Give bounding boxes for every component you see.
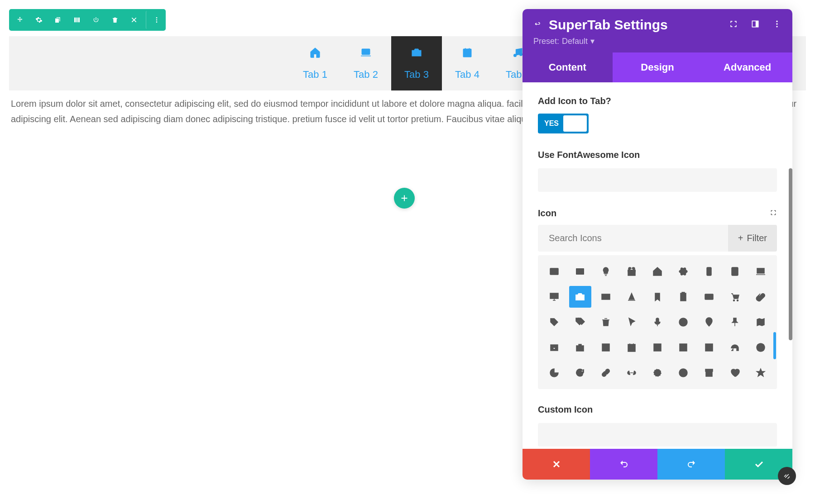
icon-map[interactable]: [749, 311, 772, 333]
panel-tab-content[interactable]: Content: [523, 52, 613, 82]
home-icon: [309, 47, 321, 62]
icon-search-input[interactable]: [538, 225, 728, 252]
tab-label: Tab 1: [303, 69, 327, 81]
preset-selector[interactable]: Preset: Default ▾: [533, 36, 781, 46]
undo-button[interactable]: [590, 449, 657, 480]
panel-tab-advanced[interactable]: Advanced: [702, 52, 792, 82]
icon-image-filled[interactable]: [569, 261, 591, 282]
panel-body: Add Icon to Tab? YES Use FontAwesome Ico…: [523, 82, 792, 449]
toggle-knob: [563, 115, 587, 132]
svg-rect-15: [576, 268, 584, 275]
icon-atom[interactable]: [672, 261, 694, 282]
svg-point-6: [514, 54, 516, 56]
calendar-icon: [461, 47, 473, 62]
cancel-button[interactable]: [523, 449, 590, 480]
icon-gift[interactable]: [621, 261, 643, 282]
svg-rect-38: [576, 346, 584, 351]
svg-rect-3: [362, 49, 369, 54]
svg-point-11: [776, 23, 777, 24]
tab-2[interactable]: Tab 2: [340, 36, 391, 90]
icon-ban[interactable]: [672, 362, 694, 384]
fontawesome-input[interactable]: [538, 168, 777, 192]
svg-rect-48: [705, 369, 713, 371]
icon-tag[interactable]: [543, 311, 566, 333]
close-icon[interactable]: [125, 11, 143, 29]
icon-camera[interactable]: [569, 286, 591, 308]
svg-point-45: [759, 346, 762, 349]
icon-film[interactable]: [647, 337, 669, 358]
icon-compass[interactable]: [672, 311, 694, 333]
icon-star[interactable]: [749, 362, 772, 384]
add-module-button[interactable]: [394, 188, 415, 209]
icon-archive[interactable]: [698, 362, 720, 384]
columns-icon[interactable]: [68, 11, 86, 29]
icon-lifering[interactable]: [749, 337, 772, 358]
icon-microphone[interactable]: [647, 311, 669, 333]
trash-icon[interactable]: [106, 11, 124, 29]
filter-button[interactable]: + Filter: [728, 225, 777, 252]
icon-paperclip[interactable]: [749, 286, 772, 308]
icon-panel[interactable]: [698, 337, 720, 358]
move-icon[interactable]: [11, 11, 29, 29]
expand-section-icon[interactable]: [770, 209, 777, 218]
icon-window[interactable]: [595, 337, 617, 358]
kebab-icon[interactable]: [772, 19, 781, 31]
icon-laptop[interactable]: [749, 261, 772, 282]
icon-refresh[interactable]: [569, 362, 591, 384]
icon-credit-card[interactable]: [698, 286, 720, 308]
svg-point-37: [708, 320, 710, 322]
icon-home[interactable]: [647, 261, 669, 282]
svg-point-34: [552, 320, 553, 321]
icon-pie-chart[interactable]: [543, 362, 566, 384]
icon-cursor[interactable]: [621, 311, 643, 333]
icon-map-pin[interactable]: [698, 311, 720, 333]
svg-point-22: [709, 274, 710, 275]
icon-heart[interactable]: [724, 362, 746, 384]
icon-cone[interactable]: [621, 286, 643, 308]
icon-headphones[interactable]: [724, 337, 746, 358]
icon-inbox[interactable]: [543, 337, 566, 358]
chevron-down-icon: ▾: [590, 36, 594, 46]
redo-button[interactable]: [657, 449, 725, 480]
power-icon[interactable]: [87, 11, 105, 29]
icon-spinner[interactable]: [647, 362, 669, 384]
icon-link[interactable]: [595, 362, 617, 384]
back-icon[interactable]: [533, 20, 541, 29]
add-icon-toggle[interactable]: YES: [538, 114, 589, 133]
icon-tablet[interactable]: [724, 261, 746, 282]
snap-icon[interactable]: [751, 19, 760, 31]
panel-scrollbar[interactable]: [789, 168, 792, 340]
svg-point-24: [734, 274, 735, 275]
icon-lightbulb[interactable]: [595, 261, 617, 282]
icon-briefcase[interactable]: [569, 337, 591, 358]
svg-rect-26: [550, 293, 558, 299]
svg-point-2: [156, 21, 157, 23]
tab-4[interactable]: Tab 4: [442, 36, 493, 90]
icon-link2[interactable]: [621, 362, 643, 384]
icon-grid-scrollbar[interactable]: [773, 332, 776, 359]
resize-handle[interactable]: [778, 467, 796, 485]
icon-envelope[interactable]: [595, 286, 617, 308]
panel-tab-design[interactable]: Design: [613, 52, 703, 82]
custom-icon-input[interactable]: [538, 423, 777, 447]
camera-icon: [411, 47, 422, 62]
duplicate-icon[interactable]: [49, 11, 67, 29]
tab-1[interactable]: Tab 1: [290, 36, 340, 90]
icon-cart[interactable]: [724, 286, 746, 308]
icon-desktop[interactable]: [543, 286, 566, 308]
icon-tags[interactable]: [569, 311, 591, 333]
icon-clipboard[interactable]: [672, 286, 694, 308]
icon-grid[interactable]: [672, 337, 694, 358]
expand-icon[interactable]: [729, 19, 738, 31]
gear-icon[interactable]: [30, 11, 48, 29]
icon-bookmark[interactable]: [647, 286, 669, 308]
more-icon[interactable]: [146, 11, 164, 29]
icon-image[interactable]: [543, 261, 566, 282]
icon-mobile[interactable]: [698, 261, 720, 282]
icon-trash[interactable]: [595, 311, 617, 333]
icon-pushpin[interactable]: [724, 311, 746, 333]
svg-point-46: [654, 369, 661, 376]
svg-rect-31: [705, 294, 713, 300]
icon-calendar[interactable]: [621, 337, 643, 358]
tab-3[interactable]: Tab 3: [391, 36, 442, 90]
